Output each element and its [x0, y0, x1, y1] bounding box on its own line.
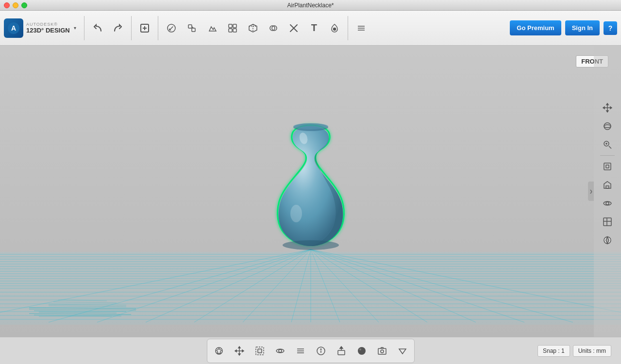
units-badge[interactable]: Units : mm — [573, 345, 611, 357]
3d-vase[interactable] — [257, 116, 364, 252]
svg-rect-10 — [233, 24, 236, 28]
svg-point-17 — [333, 28, 336, 30]
viewport: FRONT — [0, 46, 621, 337]
text-button[interactable]: T — [305, 16, 323, 40]
bottom-tools-group — [207, 339, 415, 363]
svg-marker-114 — [340, 347, 343, 348]
pan-button[interactable] — [599, 99, 616, 116]
modify-button[interactable] — [203, 16, 221, 40]
bt-pan[interactable] — [230, 341, 249, 361]
undo-button[interactable] — [88, 16, 107, 40]
svg-rect-113 — [338, 350, 345, 355]
svg-marker-81 — [603, 107, 604, 109]
minimize-button[interactable] — [13, 2, 18, 8]
bt-render[interactable] — [352, 341, 371, 361]
bt-select-box[interactable] — [250, 341, 269, 361]
bt-settings[interactable] — [393, 341, 412, 361]
svg-rect-91 — [606, 186, 609, 188]
svg-point-118 — [381, 350, 384, 353]
bt-screenshot[interactable] — [372, 341, 392, 361]
svg-point-112 — [320, 348, 321, 349]
svg-rect-11 — [229, 29, 232, 32]
svg-rect-90 — [606, 165, 609, 168]
svg-marker-82 — [610, 107, 612, 109]
bt-export[interactable] — [332, 341, 351, 361]
bt-material[interactable] — [291, 341, 310, 361]
construct-button[interactable] — [183, 16, 201, 40]
logo-area: A AUTODESK® 123D° DESIGN ▾ — [4, 18, 76, 38]
svg-rect-6 — [188, 25, 192, 28]
add-button[interactable] — [135, 16, 154, 40]
group-button[interactable] — [244, 16, 262, 40]
zoom-button[interactable] — [599, 136, 616, 153]
svg-rect-60 — [0, 252, 621, 325]
pattern-button[interactable] — [223, 16, 242, 40]
bt-home-view[interactable] — [209, 341, 229, 361]
svg-point-76 — [283, 240, 339, 250]
redo-button[interactable] — [109, 16, 127, 40]
svg-rect-12 — [233, 29, 236, 32]
svg-rect-117 — [378, 348, 386, 354]
bt-visibility[interactable] — [270, 341, 290, 361]
render-style-button[interactable] — [599, 232, 616, 249]
signin-button[interactable]: Sign In — [565, 20, 600, 35]
svg-text:A: A — [11, 24, 16, 32]
divider-1 — [84, 16, 84, 40]
close-button[interactable] — [4, 2, 10, 8]
maximize-button[interactable] — [21, 2, 27, 8]
snap-badge[interactable]: Snap : 1 — [537, 345, 570, 357]
svg-point-75 — [293, 123, 328, 129]
rp-divider-1 — [600, 155, 615, 156]
measure-button[interactable] — [285, 16, 303, 40]
window-controls — [4, 2, 27, 8]
svg-point-83 — [604, 123, 611, 130]
right-panel — [594, 46, 621, 337]
app-name-label: 123D° DESIGN — [26, 27, 70, 34]
divider-2 — [131, 16, 132, 40]
svg-point-106 — [279, 349, 282, 352]
material-button[interactable] — [352, 16, 370, 40]
bottom-toolbar: Snap : 1 Units : mm — [0, 337, 621, 364]
svg-point-116 — [359, 348, 361, 350]
text-icon: T — [311, 22, 317, 33]
premium-button[interactable]: Go Premium — [510, 20, 561, 35]
titlebar: AirPlantNecklace* — [0, 0, 621, 11]
sketch-button[interactable] — [162, 16, 181, 40]
bt-info[interactable] — [311, 341, 331, 361]
svg-rect-93 — [604, 218, 611, 226]
home-view-button[interactable] — [599, 176, 616, 194]
svg-rect-105 — [258, 349, 262, 353]
orbit-button[interactable] — [599, 117, 616, 135]
svg-point-73 — [290, 205, 302, 222]
snap-button[interactable] — [325, 16, 344, 40]
divider-3 — [158, 16, 158, 40]
frame-button[interactable] — [599, 158, 616, 175]
grid-view-button[interactable] — [599, 213, 616, 231]
right-panel-tab[interactable] — [588, 182, 594, 201]
logo-text: AUTODESK® 123D° DESIGN — [26, 22, 70, 34]
svg-point-92 — [606, 202, 609, 205]
svg-marker-79 — [606, 103, 608, 105]
bottom-right-info: Snap : 1 Units : mm — [537, 345, 611, 357]
svg-marker-100 — [238, 347, 240, 348]
svg-marker-119 — [399, 349, 406, 354]
svg-marker-103 — [242, 350, 244, 352]
svg-line-86 — [609, 146, 611, 149]
svg-point-84 — [604, 125, 611, 128]
main-toolbar: A AUTODESK® 123D° DESIGN ▾ — [0, 11, 621, 46]
window-title: AirPlantNecklace* — [287, 2, 334, 9]
combine-button[interactable] — [264, 16, 283, 40]
svg-marker-102 — [235, 350, 236, 352]
svg-point-115 — [358, 347, 366, 355]
logo-dropdown[interactable]: ▾ — [74, 25, 76, 31]
svg-rect-9 — [229, 24, 232, 28]
logo-icon: A — [4, 18, 23, 38]
divider-4 — [348, 16, 348, 40]
help-button[interactable]: ? — [604, 21, 617, 35]
view-button[interactable] — [599, 195, 616, 212]
brand-label: AUTODESK® — [26, 22, 70, 27]
svg-marker-101 — [238, 354, 240, 355]
svg-rect-7 — [192, 28, 195, 32]
svg-rect-89 — [604, 163, 611, 170]
svg-marker-80 — [606, 111, 608, 112]
